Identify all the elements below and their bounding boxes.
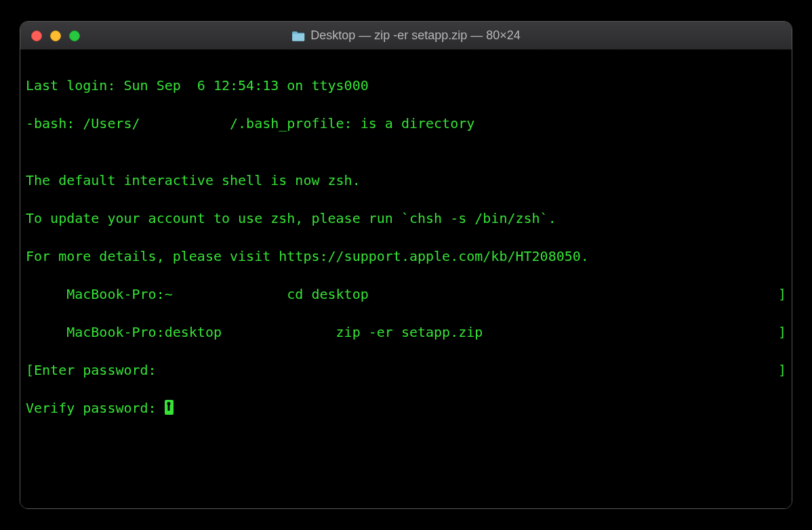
prompt-text: MacBook-Pro:~ cd desktop: [26, 285, 369, 304]
traffic-lights: [31, 30, 80, 41]
window-title: Desktop — zip -er setapp.zip — 80×24: [310, 28, 521, 43]
verify-password-label: Verify password:: [26, 400, 165, 416]
bracket-right: ]: [778, 285, 786, 304]
output-line: To update your account to use zsh, pleas…: [26, 209, 786, 228]
enter-password-label: [Enter password:: [26, 361, 165, 380]
prompt-line: MacBook-Pro:~ cd desktop]: [26, 285, 786, 304]
prompt-line: MacBook-Pro:desktop zip -er setapp.zip]: [26, 323, 786, 342]
terminal-content[interactable]: Last login: Sun Sep 6 12:54:13 on ttys00…: [20, 50, 792, 508]
zoom-button[interactable]: [69, 30, 80, 41]
output-line: The default interactive shell is now zsh…: [26, 171, 786, 190]
output-line: Last login: Sun Sep 6 12:54:13 on ttys00…: [26, 76, 786, 95]
prompt-text: MacBook-Pro:desktop zip -er setapp.zip: [26, 323, 483, 342]
key-cursor-icon: [165, 400, 174, 415]
output-line: For more details, please visit https://s…: [26, 247, 786, 266]
bracket-right: ]: [778, 361, 786, 380]
password-enter-line: [Enter password: ]: [26, 361, 786, 380]
password-verify-line: Verify password:: [26, 399, 786, 417]
bracket-right: ]: [778, 323, 786, 342]
terminal-window: Desktop — zip -er setapp.zip — 80×24 Las…: [20, 21, 792, 509]
output-line: -bash: /Users/ /.bash_profile: is a dire…: [26, 114, 786, 133]
titlebar: Desktop — zip -er setapp.zip — 80×24: [20, 22, 792, 50]
close-button[interactable]: [31, 30, 42, 41]
folder-icon: [291, 30, 305, 41]
window-title-area: Desktop — zip -er setapp.zip — 80×24: [291, 28, 521, 43]
minimize-button[interactable]: [50, 30, 61, 41]
